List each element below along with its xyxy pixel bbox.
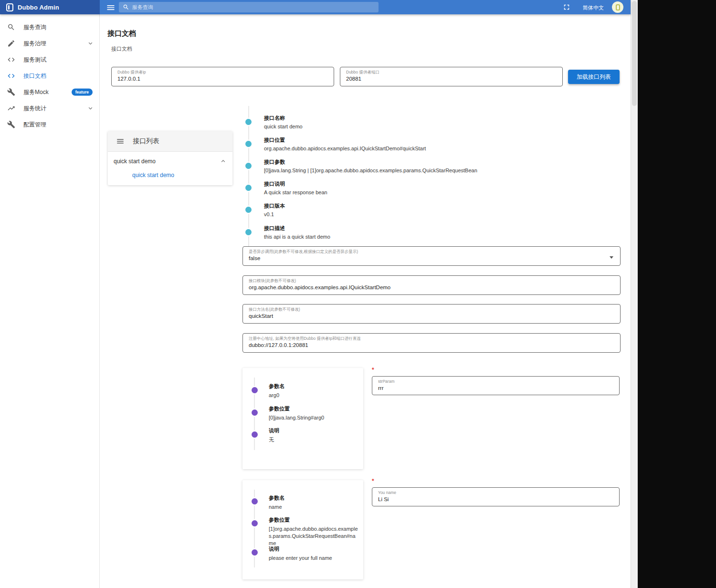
sidebar-item-service-search[interactable]: 服务查询 [0, 19, 99, 35]
sidebar-item-config-management[interactable]: 配置管理 [0, 116, 99, 133]
param-info-value: arg0 [269, 392, 358, 399]
str-param-input[interactable] [378, 384, 613, 392]
chevron-down-icon [87, 40, 94, 47]
param-info-value: [1]org.apache.dubbo.apidocs.examples.par… [269, 525, 358, 547]
param-info-item: 参数位置 [1]org.apache.dubbo.apidocs.example… [269, 516, 358, 547]
api-info-label: 接口版本 [264, 202, 617, 210]
timeline-dot [252, 410, 258, 416]
user-avatar[interactable] [612, 1, 623, 13]
trending-chart-icon [7, 105, 15, 113]
registry-address-input[interactable] [249, 341, 614, 349]
api-module-input[interactable] [249, 284, 614, 291]
language-switcher[interactable]: 简体中文 [583, 4, 604, 11]
scrollbar-thumb[interactable] [632, 1, 637, 106]
provider-ip-input[interactable] [117, 75, 328, 83]
you-name-field[interactable]: You name [372, 487, 620, 506]
brand-area: Dubbo Admin [0, 0, 100, 14]
search-input[interactable] [132, 4, 375, 10]
api-info-item: 接口位置 org.apache.dubbo.apidocs.examples.a… [264, 136, 617, 151]
param-info-value: please enter your full name [269, 555, 358, 562]
top-header: Dubbo Admin 简体中文 [0, 0, 631, 14]
provider-ip-field[interactable]: Dubbo 提供者ip [111, 67, 334, 86]
param-info-label: 参数位置 [269, 405, 358, 412]
code-icon [7, 56, 15, 64]
sidebar-item-api-docs[interactable]: 接口文档 [0, 68, 99, 84]
api-method-label: 接口方法名(此参数不可修改) [249, 307, 614, 312]
registry-address-label: 注册中心地址, 如果为空将使用Dubbo 提供者Ip和端口进行直连 [249, 336, 614, 341]
sidebar-item-service-test[interactable]: 服务测试 [0, 52, 99, 68]
str-param-field[interactable]: strParam [372, 376, 620, 395]
param-info-label: 说明 [269, 546, 358, 553]
brand-title: Dubbo Admin [18, 4, 59, 11]
api-info-value: [0]java.lang.String | [1]org.apache.dubb… [264, 168, 617, 173]
api-info-label: 接口说明 [264, 180, 617, 188]
page-title: 接口文档 [107, 29, 136, 38]
global-search[interactable] [119, 2, 379, 12]
provider-port-field[interactable]: Dubbo 提供者端口 [340, 67, 563, 86]
sidebar-item-label: 服务Mock [23, 88, 49, 96]
hamburger-menu-icon[interactable] [116, 137, 125, 146]
sidebar-item-label: 配置管理 [23, 121, 46, 129]
timeline-line [248, 106, 249, 246]
api-module-label: 接口模块(此参数不可修改) [249, 278, 614, 284]
dropdown-caret-icon[interactable] [610, 256, 613, 259]
param-info-value: 无 [269, 436, 358, 443]
search-icon [123, 4, 129, 10]
sidebar-nav: 服务查询 服务治理 服务测试 接口文档 [0, 14, 100, 588]
breadcrumb: 接口文档 [111, 45, 132, 52]
provider-port-label: Dubbo 提供者端口 [346, 70, 557, 75]
sidebar-item-label: 接口文档 [23, 72, 46, 80]
you-name-input[interactable] [378, 495, 613, 503]
async-select-field[interactable]: 是否异步调用(此参数不可修改,根据接口定义的是否异步显示) false [242, 246, 621, 266]
provider-port-input[interactable] [346, 75, 557, 83]
param-info-item: 说明 please enter your full name [269, 546, 358, 562]
api-info-label: 接口位置 [264, 136, 617, 144]
api-group-row[interactable]: quick start demo [108, 152, 232, 170]
api-info-label: 接口名称 [264, 115, 617, 122]
you-name-label: You name [378, 490, 613, 495]
search-icon [7, 23, 15, 32]
api-info-timeline: 接口名称 quick start demo 接口位置 org.apache.du… [242, 106, 624, 249]
required-marker: * [372, 478, 374, 484]
async-select-label: 是否异步调用(此参数不可修改,根据接口定义的是否异步显示) [249, 249, 614, 254]
api-info-label: 接口参数 [264, 158, 617, 166]
timeline-dot [245, 163, 252, 169]
hamburger-menu-icon[interactable] [106, 3, 116, 11]
sidebar-item-label: 服务统计 [23, 105, 46, 113]
api-info-value: this api is a quick start demo [264, 234, 617, 240]
timeline-dot [252, 498, 258, 504]
api-info-item: 接口版本 v0.1 [264, 202, 617, 217]
async-select-value: false [249, 254, 614, 262]
api-info-label: 接口描述 [264, 225, 617, 232]
wrench-icon [7, 88, 15, 96]
registry-address-field[interactable]: 注册中心地址, 如果为空将使用Dubbo 提供者Ip和端口进行直连 [242, 333, 621, 353]
load-api-list-button[interactable]: 加载接口列表 [568, 70, 620, 84]
api-info-item: 接口说明 A quick star response bean [264, 180, 617, 195]
api-info-value: quick start demo [264, 124, 617, 129]
sidebar-item-label: 服务治理 [23, 40, 46, 48]
sidebar-item-label: 服务测试 [23, 56, 46, 64]
sidebar-item-service-statistics[interactable]: 服务统计 [0, 100, 99, 116]
feature-badge: feature [72, 89, 93, 96]
api-list-header: 接口列表 [108, 131, 232, 152]
vertical-scrollbar[interactable] [631, 0, 638, 588]
api-module-field[interactable]: 接口模块(此参数不可修改) [242, 275, 621, 295]
param-info-label: 参数位置 [269, 516, 358, 524]
provider-ip-label: Dubbo 提供者ip [117, 70, 328, 75]
api-list-title: 接口列表 [133, 137, 159, 146]
timeline-dot [252, 549, 258, 556]
api-list-card: 接口列表 quick start demo quick start demo [108, 131, 232, 185]
dubbo-logo-icon [6, 3, 13, 11]
api-method-input[interactable] [249, 312, 614, 320]
sidebar-item-service-governance[interactable]: 服务治理 [0, 35, 99, 52]
param-info-item: 参数位置 [0]java.lang.String#arg0 [269, 405, 358, 421]
api-method-link[interactable]: quick start demo [108, 170, 232, 185]
required-marker: * [372, 367, 374, 373]
sidebar-item-service-mock[interactable]: 服务Mock feature [0, 84, 99, 100]
chevron-up-icon [220, 158, 227, 165]
main-content: 接口文档 接口文档 Dubbo 提供者ip Dubbo 提供者端口 加载接口列表… [100, 14, 631, 588]
fullscreen-icon[interactable] [562, 3, 571, 11]
param-info-item: 说明 无 [269, 427, 358, 443]
param-card-arg0: 参数名 arg0 参数位置 [0]java.lang.String#arg0 说… [242, 368, 363, 469]
api-method-field[interactable]: 接口方法名(此参数不可修改) [242, 304, 621, 324]
